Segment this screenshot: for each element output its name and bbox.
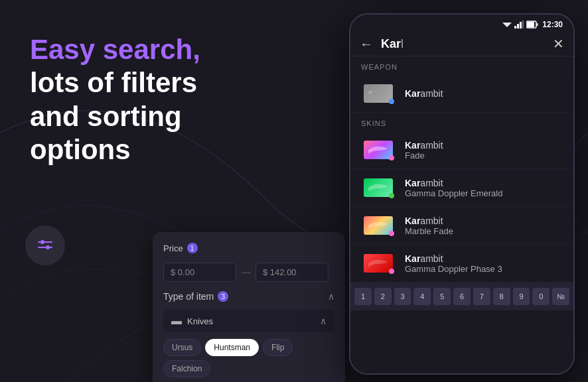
fade-name: Karambit: [405, 140, 563, 151]
knives-chevron-icon[interactable]: ∧: [320, 316, 327, 326]
key-8[interactable]: 8: [493, 288, 510, 305]
skin-image-emerald: [361, 176, 396, 200]
price-dash: —: [242, 267, 250, 277]
skin-image-fade: [361, 138, 396, 162]
svg-rect-7: [520, 22, 522, 29]
tag-huntsman[interactable]: Huntsman: [205, 339, 259, 356]
tag-flip[interactable]: Flip: [263, 339, 293, 356]
price-inputs: $ 0.00 — $ 142.00: [163, 263, 334, 282]
weapon-item[interactable]: Karambit: [350, 75, 573, 113]
search-highlight: Kar: [381, 37, 401, 50]
svg-rect-8: [522, 21, 524, 29]
svg-point-3: [46, 245, 50, 249]
signal-icon: [514, 21, 524, 29]
skin-item-marble[interactable]: Karambit Marble Fade: [350, 207, 573, 245]
svg-rect-5: [514, 26, 516, 29]
tag-ursus[interactable]: Ursus: [163, 339, 201, 356]
key-2[interactable]: 2: [374, 288, 392, 305]
weapon-info: Karambit: [405, 88, 563, 99]
search-rest: l: [401, 37, 404, 50]
status-time: 12:30: [542, 20, 563, 29]
headline-line3: and sorting: [30, 101, 182, 132]
key-6[interactable]: 6: [453, 288, 471, 305]
battery-icon: [526, 21, 538, 29]
key-1[interactable]: 1: [354, 288, 372, 305]
svg-rect-6: [517, 24, 519, 29]
price-label: Price 1: [163, 243, 198, 253]
key-0[interactable]: 0: [532, 288, 550, 305]
tag-falchion[interactable]: Falchion: [163, 360, 210, 377]
key-9[interactable]: 9: [513, 288, 530, 305]
fade-rarity: [389, 155, 394, 160]
marble-name: Karambit: [405, 216, 563, 226]
back-button[interactable]: ←: [360, 36, 373, 52]
emerald-rarity: [389, 193, 394, 198]
key-num[interactable]: №: [552, 288, 569, 305]
svg-rect-11: [537, 23, 538, 26]
skin-item-fade[interactable]: Karambit Fade: [350, 131, 573, 169]
knives-row[interactable]: ▬ Knives ∧: [163, 310, 334, 332]
key-4[interactable]: 4: [413, 288, 431, 305]
filter-icon: [36, 238, 54, 253]
fade-info: Karambit Fade: [405, 140, 563, 160]
karambit-doppler-icon: [366, 256, 391, 271]
type-badge: 3: [218, 291, 228, 302]
marble-rarity: [389, 231, 394, 236]
minus-icon: ▬: [171, 315, 182, 327]
skin-item-emerald[interactable]: Karambit Gamma Doppler Emerald: [350, 169, 573, 207]
karambit-marble-icon: [366, 218, 391, 233]
skin-image-doppler: [361, 251, 396, 275]
doppler-rarity: [389, 269, 394, 274]
marble-sub: Marble Fade: [405, 226, 563, 236]
emerald-sub: Gamma Doppler Emerald: [405, 188, 563, 198]
keyboard-bar: 1 2 3 4 5 6 7 8 9 0 №: [350, 283, 573, 310]
svg-point-1: [40, 240, 44, 244]
price-from-input[interactable]: $ 0.00: [163, 263, 236, 282]
karambit-fade-icon: [366, 143, 391, 157]
karambit-weapon-icon: [365, 86, 392, 101]
emerald-name: Karambit: [405, 178, 563, 188]
headline-line2: lots of filters: [30, 67, 197, 98]
main-headline: Easy search, lots of filters and sorting…: [30, 33, 292, 167]
key-5[interactable]: 5: [433, 288, 451, 305]
search-input[interactable]: Karl: [381, 37, 545, 51]
filter-icon-container[interactable]: [25, 225, 65, 265]
clear-button[interactable]: ✕: [553, 36, 564, 52]
type-label: Type of item 3: [163, 291, 228, 302]
headline-line1: Easy search,: [30, 34, 200, 65]
wifi-icon: [502, 21, 512, 29]
price-to-input[interactable]: $ 142.00: [256, 263, 329, 282]
knives-label: ▬ Knives: [171, 315, 213, 327]
weapon-section-header: WEAPON: [350, 56, 573, 75]
phone-mockup: 12:30 ← Karl ✕ WEAPON: [349, 13, 575, 375]
price-badge: 1: [187, 243, 198, 253]
skin-item-doppler[interactable]: Karambit Gamma Doppler Phase 3: [350, 245, 573, 283]
doppler-info: Karambit Gamma Doppler Phase 3: [405, 253, 563, 274]
price-section: Price 1: [163, 243, 334, 253]
type-chevron-icon[interactable]: ∧: [328, 291, 334, 302]
key-3[interactable]: 3: [394, 288, 411, 305]
key-7[interactable]: 7: [473, 288, 490, 305]
skins-section-header: SKINS: [350, 113, 573, 131]
headline-line4: options: [30, 134, 131, 165]
fade-sub: Fade: [405, 151, 563, 160]
svg-rect-10: [527, 22, 534, 27]
weapon-name: Karambit: [405, 88, 563, 99]
knife-tags: Ursus Huntsman Flip Falchion: [163, 339, 334, 377]
status-icons: [502, 21, 538, 29]
search-bar: ← Karl ✕: [350, 32, 573, 56]
doppler-sub: Gamma Doppler Phase 3: [405, 264, 563, 274]
svg-marker-4: [502, 23, 512, 27]
emerald-info: Karambit Gamma Doppler Emerald: [405, 178, 563, 198]
filter-card: Price 1 $ 0.00 — $ 142.00 Type of item 3…: [153, 232, 345, 382]
rarity-indicator: [389, 99, 394, 104]
karambit-emerald-icon: [366, 180, 391, 195]
skin-image-marble: [361, 214, 396, 237]
type-section-header: Type of item 3 ∧: [163, 291, 334, 302]
weapon-image: [361, 82, 396, 105]
status-bar: 12:30: [350, 15, 573, 32]
marble-info: Karambit Marble Fade: [405, 216, 563, 236]
doppler-name: Karambit: [405, 253, 563, 264]
